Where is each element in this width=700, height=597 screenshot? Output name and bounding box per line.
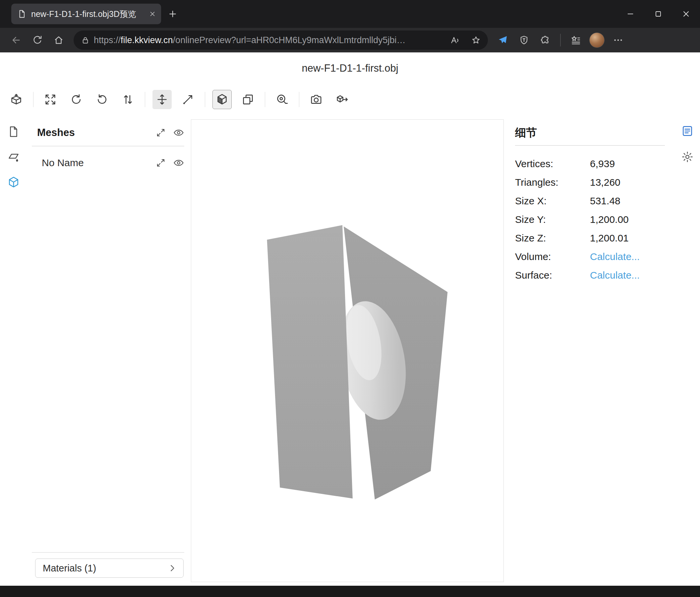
toolbar-divider — [299, 92, 299, 107]
close-button[interactable] — [672, 0, 700, 28]
detail-row-vertices: Vertices: 6,939 — [515, 154, 665, 173]
favorite-star-icon[interactable] — [467, 32, 484, 48]
meshes-header: Meshes — [32, 127, 149, 139]
materials-button[interactable]: Materials (1) — [35, 558, 184, 578]
3d-model-render — [191, 120, 503, 582]
export-model-button[interactable] — [332, 90, 352, 109]
detail-row-size-z: Size Z: 1,200.01 — [515, 229, 665, 247]
details-header-divider — [515, 145, 665, 146]
extensions-puzzle-icon[interactable] — [535, 31, 555, 49]
panel-spacer — [32, 171, 184, 552]
url-path: /onlinePreview?url=aHR0cHM6Ly9maWxlLmtrd… — [173, 35, 406, 45]
read-aloud-icon[interactable] — [446, 32, 464, 48]
detail-value: 531.48 — [590, 195, 621, 207]
detail-value: 1,200.01 — [590, 233, 629, 244]
shaded-view-button[interactable] — [212, 90, 232, 109]
browser-menu-icon[interactable] — [608, 31, 628, 49]
details-header: 细节 — [515, 123, 665, 142]
detail-label: Triangles: — [515, 177, 590, 188]
details-list-icon[interactable] — [681, 125, 694, 137]
zoom-to-mesh-icon[interactable] — [156, 158, 166, 168]
browser-titlebar: new-F1-D1-1-first.obj3D预览 — [0, 0, 700, 28]
wireframe-view-button[interactable] — [238, 90, 257, 109]
detail-row-volume: Volume: Calculate... — [515, 247, 665, 266]
open-model-button[interactable] — [7, 90, 26, 109]
detail-row-surface: Surface: Calculate... — [515, 266, 665, 285]
rotate-left-button[interactable] — [67, 90, 86, 109]
detail-label: Size X: — [515, 195, 590, 207]
toolbar-divider — [33, 92, 33, 107]
extension-bird-icon[interactable] — [493, 31, 512, 49]
details-panel: 细节 Vertices: 6,939 Triangles: 13,260 Siz… — [505, 115, 675, 586]
materials-divider — [32, 552, 184, 553]
meshes-tab-cube-icon[interactable] — [7, 176, 20, 188]
toolbar-divider — [145, 92, 145, 107]
model-left-plane — [267, 225, 353, 499]
model-info-page-icon[interactable] — [7, 125, 20, 138]
detail-value: 1,200.00 — [590, 214, 629, 225]
lock-icon[interactable] — [81, 36, 90, 45]
materials-tab-icon[interactable] — [7, 150, 20, 163]
settings-gear-icon[interactable] — [681, 150, 694, 163]
detail-label: Size Y: — [515, 214, 590, 225]
toolbar-divider — [205, 92, 205, 107]
page-title: new-F1-D1-1-first.obj — [0, 52, 700, 84]
refresh-button[interactable] — [28, 31, 47, 49]
mesh-visibility-eye-icon[interactable] — [173, 157, 184, 168]
navbar-divider — [560, 34, 561, 46]
meshes-header-divider — [32, 146, 184, 146]
new-tab-button[interactable] — [168, 4, 178, 24]
meshes-panel: Meshes No Name — [27, 115, 190, 586]
mesh-list-item[interactable]: No Name — [32, 154, 184, 171]
visibility-all-eye-icon[interactable] — [173, 127, 184, 138]
detail-value: 13,260 — [590, 177, 621, 188]
materials-label: Materials (1) — [43, 563, 96, 574]
detail-row-triangles: Triangles: 13,260 — [515, 173, 665, 192]
shield-extension-icon[interactable] — [515, 31, 534, 49]
details-rows: Vertices: 6,939 Triangles: 13,260 Size X… — [515, 154, 665, 285]
window-bottom-edge — [0, 586, 700, 597]
tab-close-icon[interactable] — [149, 10, 156, 18]
detail-label: Vertices: — [515, 158, 590, 169]
calculate-surface-link[interactable]: Calculate... — [590, 270, 640, 281]
viewer-toolbar — [0, 84, 700, 115]
browser-tab[interactable]: new-F1-D1-1-first.obj3D预览 — [11, 4, 161, 24]
calculate-volume-link[interactable]: Calculate... — [590, 251, 640, 262]
window-controls — [617, 0, 700, 28]
favorites-hub-icon[interactable] — [566, 31, 585, 49]
detail-label: Volume: — [515, 251, 590, 262]
mesh-name: No Name — [32, 157, 149, 168]
rotate-right-button[interactable] — [93, 90, 112, 109]
meshes-header-row: Meshes — [32, 123, 184, 142]
chevron-right-icon — [167, 563, 177, 573]
zoom-to-all-icon[interactable] — [156, 128, 166, 138]
tape-measure-button[interactable] — [272, 90, 292, 109]
browser-navbar: https://file.kkview.cn/onlinePreview?url… — [0, 28, 700, 52]
tab-favicon-document-icon — [17, 9, 26, 19]
profile-avatar[interactable] — [587, 31, 606, 49]
detail-value: 6,939 — [590, 158, 615, 169]
url-scheme: https:// — [94, 35, 121, 45]
left-icon-strip — [0, 115, 27, 586]
maximize-button[interactable] — [644, 0, 672, 28]
detail-row-size-y: Size Y: 1,200.00 — [515, 210, 665, 229]
move-tool-button[interactable] — [152, 90, 172, 109]
screenshot-camera-button[interactable] — [306, 90, 326, 109]
detail-label: Surface: — [515, 270, 590, 281]
detail-row-size-x: Size X: 531.48 — [515, 192, 665, 210]
minimize-button[interactable] — [617, 0, 644, 28]
address-bar[interactable]: https://file.kkview.cn/onlinePreview?url… — [74, 30, 488, 50]
home-button[interactable] — [49, 31, 68, 49]
back-button[interactable] — [7, 31, 26, 49]
tab-title: new-F1-D1-1-first.obj3D预览 — [31, 9, 144, 20]
right-icon-strip — [675, 115, 700, 586]
url-text[interactable]: https://file.kkview.cn/onlinePreview?url… — [94, 35, 442, 45]
viewer-main: Meshes No Name — [0, 115, 700, 586]
3d-viewport[interactable] — [191, 119, 504, 582]
page-content: new-F1-D1-1-first.obj — [0, 52, 700, 586]
fit-view-button[interactable] — [41, 90, 60, 109]
measure-line-button[interactable] — [178, 90, 198, 109]
swap-vertical-button[interactable] — [118, 90, 138, 109]
detail-label: Size Z: — [515, 233, 590, 244]
url-domain: file.kkview.cn — [121, 35, 173, 45]
